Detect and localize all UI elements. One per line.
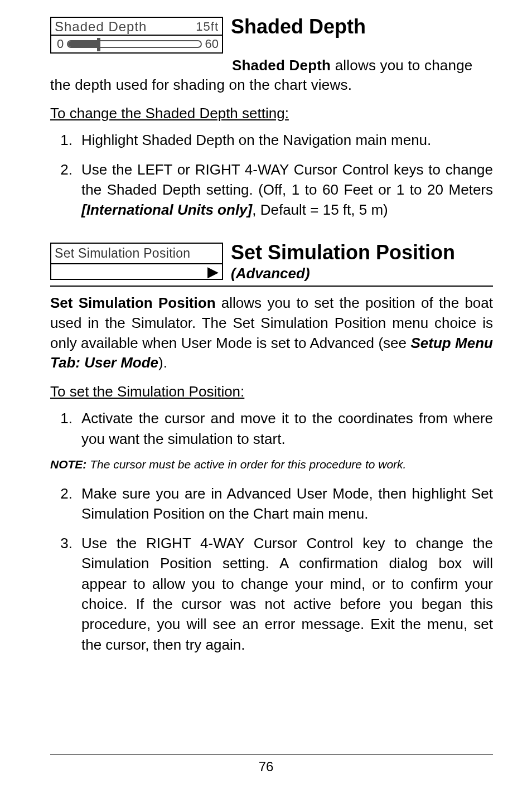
shaded-depth-ui-label: Shaded Depth [55, 19, 147, 35]
sim-step-3: 3. Use the RIGHT 4-WAY Cursor Control ke… [50, 533, 493, 655]
set-sim-p1b: ). [158, 354, 167, 371]
sim-step-2-text: Make sure you are in Advanced User Mode,… [81, 483, 493, 524]
shaded-depth-ui-value: 15ft [196, 20, 219, 34]
set-sim-position-para1: Set Simulation Position allows you to se… [50, 293, 493, 374]
shaded-depth-intro: Shaded Depth allows you to change the de… [50, 56, 493, 95]
shaded-depth-steps: 1. Highlight Shaded Depth on the Navigat… [50, 130, 493, 220]
shaded-depth-ui-box: Shaded Depth 15ft 0 60 [50, 17, 223, 54]
note-text: The cursor must be active in order for t… [86, 458, 406, 471]
sim-step-1: 1. Activate the cursor and move it to th… [50, 408, 493, 449]
set-sim-position-subhead-italic: (Advanced) [231, 265, 455, 282]
shaded-step-2: 2. Use the LEFT or RIGHT 4-WAY Cursor Co… [50, 159, 493, 220]
set-sim-position-heading: Set Simulation Position [231, 243, 455, 263]
shaded-step-1: 1. Highlight Shaded Depth on the Navigat… [50, 130, 493, 150]
shaded-depth-slider-thumb [97, 38, 100, 51]
shaded-step-2-text: Use the LEFT or RIGHT 4-WAY Cursor Contr… [81, 159, 493, 220]
set-sim-position-subhead2: To set the Simulation Position: [50, 383, 493, 400]
shaded-depth-slider-min: 0 [57, 37, 64, 51]
set-sim-steps-b: 2. Make sure you are in Advanced User Mo… [50, 483, 493, 655]
note-label: NOTE: [50, 458, 86, 471]
set-sim-note: NOTE: The cursor must be active in order… [50, 458, 493, 471]
list-number: 2. [50, 159, 81, 220]
sim-step-1-text: Activate the cursor and move it to the c… [81, 408, 493, 449]
list-number: 1. [50, 408, 81, 449]
set-sim-position-arrow-icon: ▶ [51, 264, 222, 279]
shaded-depth-slider [67, 40, 201, 48]
shaded-depth-ui-row1: Shaded Depth 15ft [51, 18, 222, 36]
shaded-depth-heading: Shaded Depth [231, 17, 366, 37]
shaded-depth-intro-bold: Shaded Depth [232, 57, 331, 74]
page-number: 76 [0, 759, 532, 775]
list-number: 3. [50, 533, 81, 655]
shaded-depth-ui-slider-row: 0 60 [51, 36, 222, 52]
sim-step-2: 2. Make sure you are in Advanced User Mo… [50, 483, 493, 524]
shaded-step-2b: , Default = 15 ft, 5 m) [252, 201, 388, 218]
set-sim-steps-a: 1. Activate the cursor and move it to th… [50, 408, 493, 449]
shaded-step-1-text: Highlight Shaded Depth on the Navigation… [81, 130, 493, 150]
shaded-step-2a: Use the LEFT or RIGHT 4-WAY Cursor Contr… [81, 161, 493, 198]
set-sim-position-ui-box: Set Simulation Position ▶ [50, 243, 223, 280]
shaded-step-2-ital: [International Units only] [81, 201, 252, 218]
set-sim-position-ui-label: Set Simulation Position [51, 244, 222, 264]
sim-step-3-text: Use the RIGHT 4-WAY Cursor Control key t… [81, 533, 493, 655]
list-number: 2. [50, 483, 81, 524]
shaded-depth-slider-max: 60 [205, 37, 219, 51]
shaded-depth-subhead: To change the Shaded Depth setting: [50, 105, 493, 122]
divider [50, 286, 493, 287]
shaded-depth-slider-fill [68, 41, 97, 47]
list-number: 1. [50, 130, 81, 150]
set-sim-p1-bold: Set Simulation Position [50, 294, 216, 311]
footer-rule [50, 754, 493, 755]
